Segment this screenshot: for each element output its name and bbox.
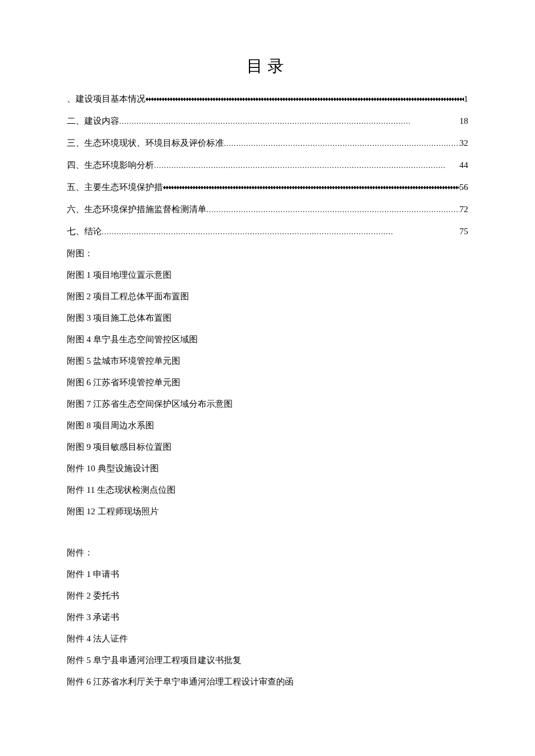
list-item: 附件 3 承诺书 [67, 612, 468, 623]
list-item: 附图 2 项目工程总体平面布置图 [67, 291, 468, 302]
toc-leader: ♦♦♦♦♦♦♦♦♦♦♦♦♦♦♦♦♦♦♦♦♦♦♦♦♦♦♦♦♦♦♦♦♦♦♦♦♦♦♦♦… [163, 184, 459, 191]
list-item: 附图 6 江苏省环境管控单元图 [67, 377, 468, 388]
toc-leader: ........................................… [224, 139, 459, 148]
toc-label: 三、生态环境现状、环境目标及评价标准 [67, 138, 224, 149]
toc-entry: 三、生态环境现状、环境目标及评价标准 .....................… [67, 138, 468, 149]
attachments-heading: 附件： [67, 547, 468, 558]
spacer [67, 528, 468, 538]
list-item: 附图 7 江苏省生态空间保护区域分布示意图 [67, 399, 468, 410]
list-item: 附图 5 盐城市环境管控单元图 [67, 356, 468, 367]
toc-page: 1 [464, 94, 469, 104]
toc-entry: 七、结论 ...................................… [67, 226, 468, 237]
toc-page: 32 [459, 138, 468, 148]
toc-page: 75 [459, 227, 468, 237]
toc-entry: 六、生态环境保护措施监督检测清单 .......................… [67, 204, 468, 215]
toc-label: 五、主要生态环境保护措 [67, 182, 163, 193]
list-item: 附图 8 项目周边水系图 [67, 420, 468, 431]
toc-page: 44 [459, 160, 468, 170]
list-item: 附件 2 委托书 [67, 590, 468, 601]
toc-leader: ........................................… [206, 205, 459, 214]
list-item: 附图 4 阜宁县生态空间管控区域图 [67, 334, 468, 345]
list-item: 附件 1 申请书 [67, 569, 468, 580]
toc-leader: ........................................… [119, 117, 459, 126]
list-item: 附图 1 项目地理位置示意图 [67, 270, 468, 281]
toc-page: 18 [459, 116, 468, 126]
toc-label: 六、生态环境保护措施监督检测清单 [67, 204, 206, 215]
figures-heading: 附图： [67, 248, 468, 259]
toc-label: 、建设项目基本情况 [67, 94, 145, 105]
list-item: 附件 5 阜宁县串通河治理工程项目建议书批复 [67, 655, 468, 666]
list-item: 附图 12 工程师现场照片 [67, 506, 468, 517]
list-item: 附件 11 生态现状检测点位图 [67, 485, 468, 496]
list-item: 附件 6 江苏省水利厅关于阜宁串通河治理工程设计审查的函 [67, 676, 468, 687]
figures-list: 附图 1 项目地理位置示意图 附图 2 项目工程总体平面布置图 附图 3 项目施… [67, 270, 468, 517]
toc-page: 56 [459, 182, 468, 192]
toc-entry: 五、主要生态环境保护措 ♦♦♦♦♦♦♦♦♦♦♦♦♦♦♦♦♦♦♦♦♦♦♦♦♦♦♦♦… [67, 182, 468, 193]
toc-label: 二、建设内容 [67, 116, 119, 127]
toc-page: 72 [459, 205, 468, 214]
list-item: 附图 9 项目敏感目标位置图 [67, 442, 468, 453]
page-title: 目录 [67, 55, 468, 77]
toc-label: 四、生态环境影响分析 [67, 160, 154, 171]
attachments-list: 附件 1 申请书 附件 2 委托书 附件 3 承诺书 附件 4 法人证件 附件 … [67, 569, 468, 687]
list-item: 附件 4 法人证件 [67, 633, 468, 644]
list-item: 附件 10 典型设施设计图 [67, 463, 468, 474]
toc-entry: 四、生态环境影响分析 .............................… [67, 160, 468, 171]
list-item: 附图 3 项目施工总体布置图 [67, 313, 468, 324]
toc-leader: ........................................… [154, 161, 459, 170]
toc-entry: 、建设项目基本情况 ♦♦♦♦♦♦♦♦♦♦♦♦♦♦♦♦♦♦♦♦♦♦♦♦♦♦♦♦♦♦… [67, 94, 468, 105]
document-page: 目录 、建设项目基本情况 ♦♦♦♦♦♦♦♦♦♦♦♦♦♦♦♦♦♦♦♦♦♦♦♦♦♦♦… [0, 0, 535, 744]
toc-label: 七、结论 [67, 226, 102, 237]
toc-list: 、建设项目基本情况 ♦♦♦♦♦♦♦♦♦♦♦♦♦♦♦♦♦♦♦♦♦♦♦♦♦♦♦♦♦♦… [67, 94, 468, 237]
toc-entry: 二、建设内容 .................................… [67, 116, 468, 127]
toc-leader: ........................................… [102, 227, 459, 237]
toc-leader: ♦♦♦♦♦♦♦♦♦♦♦♦♦♦♦♦♦♦♦♦♦♦♦♦♦♦♦♦♦♦♦♦♦♦♦♦♦♦♦♦… [145, 95, 464, 102]
